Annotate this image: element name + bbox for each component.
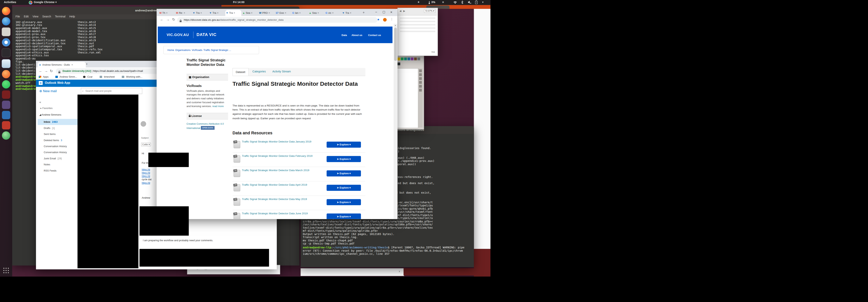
new-tab-button[interactable]: +: [86, 62, 88, 66]
maximize-button[interactable]: ▢: [382, 10, 385, 14]
browser-tab[interactable]: Glan×: [292, 10, 308, 16]
explore-button[interactable]: ➤ Explore ▾: [327, 199, 361, 205]
address-bar[interactable]: https://discover.data.vic.gov.au/dataset…: [177, 17, 377, 23]
vicgov-logo[interactable]: VIC.GOV.AU: [166, 33, 189, 37]
explore-button[interactable]: ➤ Explore ▾: [327, 141, 361, 147]
zoom-select[interactable]: 72.07% ▾: [424, 9, 435, 13]
show-applications-icon[interactable]: [3, 267, 9, 274]
slack-icon[interactable]: ⌗: [442, 1, 444, 4]
dock-icon[interactable]: [2, 70, 10, 78]
resource-row[interactable]: Traffic Signal Strategic Monitor Detecto…: [232, 153, 365, 167]
tab-categories[interactable]: Categories: [252, 70, 266, 73]
bookmark-item[interactable]: Czar: [83, 75, 93, 78]
tab-close-icon[interactable]: ×: [166, 11, 167, 14]
browser-tab[interactable]: MRe:×: [176, 10, 192, 16]
new-mail-button[interactable]: ⊕ New mail: [39, 89, 57, 93]
tab-close-icon[interactable]: ×: [184, 11, 185, 14]
browser-tab[interactable]: Gvic×: [325, 10, 341, 16]
app-menu[interactable]: Google Chrome ▾: [34, 1, 57, 4]
browser-tab[interactable]: ▼Tra×: [225, 10, 241, 16]
tab-dataset[interactable]: Dataset: [232, 68, 249, 76]
tab-close-icon[interactable]: ×: [350, 11, 351, 14]
dock-icon[interactable]: [2, 38, 10, 46]
scrollbar[interactable]: ▲: [394, 24, 397, 219]
dock-icon[interactable]: [2, 111, 10, 119]
terminal-menu-item[interactable]: View: [33, 15, 38, 18]
tab-close-icon[interactable]: ×: [200, 11, 202, 14]
temperature-label[interactable]: 3%: [431, 1, 435, 4]
chevron-right-icon[interactable]: ›: [399, 269, 400, 273]
dock-icon[interactable]: [2, 17, 10, 26]
browser-tab[interactable]: ▼Tra×: [209, 10, 225, 16]
folder-item[interactable]: Drafts[1]: [38, 125, 79, 131]
dock-icon[interactable]: [2, 80, 10, 89]
back-icon[interactable]: ←: [39, 69, 42, 73]
read-more-link[interactable]: read more: [212, 105, 224, 108]
resource-title[interactable]: Traffic Signal Strategic Monitor Detecto…: [242, 154, 325, 158]
tab-close-icon[interactable]: ×: [269, 11, 270, 14]
forward-icon[interactable]: →: [166, 18, 170, 22]
dock-icon[interactable]: [2, 131, 10, 140]
profile-avatar[interactable]: [383, 18, 387, 22]
explore-button[interactable]: ➤ Explore ▾: [327, 213, 361, 219]
browser-tab[interactable]: ▼Tra×: [342, 10, 358, 16]
nav-about[interactable]: About us: [351, 34, 362, 36]
dock-icon[interactable]: [2, 59, 11, 68]
browser-tab[interactable]: ▲Sea×: [308, 10, 324, 16]
explore-button[interactable]: ➤ Explore ▾: [327, 170, 361, 176]
breadcrumb-link[interactable]: Traffic Signal Strategic ...: [204, 48, 231, 51]
reload-icon[interactable]: ↻: [50, 69, 53, 73]
nav-data[interactable]: Data: [342, 34, 347, 36]
dock-icon[interactable]: [2, 101, 10, 109]
bluetooth-icon[interactable]: [461, 1, 463, 4]
browser-tab[interactable]: ▲Sea×: [242, 10, 258, 16]
close-button[interactable]: ×: [390, 10, 392, 14]
volume-muted-icon[interactable]: [468, 1, 472, 4]
folder-item[interactable]: Junk Email[29]: [38, 156, 79, 162]
font-select[interactable]: Calibr ▾: [141, 143, 151, 146]
dock-icon[interactable]: [2, 121, 10, 130]
resource-title[interactable]: Traffic Signal Strategic Monitor Detecto…: [242, 197, 325, 201]
dock-icon[interactable]: [2, 48, 11, 57]
wifi-icon[interactable]: [454, 1, 457, 4]
folder-item[interactable]: Notes: [38, 162, 79, 167]
browser-tab[interactable]: WPRO×: [258, 10, 275, 16]
datavic-logo[interactable]: DATA VIC: [196, 32, 216, 37]
shutter-icon[interactable]: ✦: [417, 1, 420, 4]
resource-title[interactable]: Traffic Signal Strategic Monitor Detecto…: [242, 140, 325, 143]
tab-close-icon[interactable]: ×: [234, 11, 235, 14]
search-input[interactable]: ⌕ Search mail and people: [81, 88, 142, 94]
browser-tab[interactable]: MTh×: [159, 10, 175, 16]
new-tab-button[interactable]: +: [363, 10, 365, 14]
folder-item[interactable]: Inbox2463: [38, 119, 79, 125]
tab-close-icon[interactable]: ×: [71, 63, 73, 66]
folder-item[interactable]: Conversation History: [38, 143, 79, 149]
email-link[interactable]: https://d: [142, 168, 150, 171]
resource-row[interactable]: Traffic Signal Strategic Monitor Detecto…: [232, 138, 365, 153]
email-link[interactable]: https://d: [142, 175, 150, 177]
breadcrumb-link[interactable]: VicRoads: [192, 48, 202, 51]
tab-close-icon[interactable]: ×: [332, 11, 334, 14]
breadcrumb-link[interactable]: Home: [167, 48, 174, 51]
prev-page-icon[interactable]: ◀: [399, 10, 401, 12]
scrollbar-up-arrow[interactable]: ▲: [395, 24, 396, 26]
dock-icon[interactable]: [2, 91, 10, 99]
email-link[interactable]: https://d: [142, 171, 150, 174]
tab-activity-stream[interactable]: Activity Stream: [272, 70, 291, 73]
terminal-menu-item[interactable]: Edit: [24, 15, 29, 18]
tab-close-icon[interactable]: ×: [299, 11, 301, 14]
resource-title[interactable]: Traffic Signal Strategic Monitor Detecto…: [242, 169, 325, 172]
resource-row[interactable]: Traffic Signal Strategic Monitor Detecto…: [232, 181, 365, 196]
tab-close-icon[interactable]: ×: [285, 11, 286, 14]
bookmark-item[interactable]: Working with...: [122, 75, 143, 78]
terminal-menu-item[interactable]: File: [16, 15, 20, 18]
resource-row[interactable]: Traffic Signal Strategic Monitor Detecto…: [232, 210, 365, 219]
tab-outlook[interactable]: o Andrew Simmons - Outlo ×: [38, 62, 86, 68]
resource-row[interactable]: Traffic Signal Strategic Monitor Detecto…: [232, 196, 365, 210]
explore-button[interactable]: ➤ Explore ▾: [327, 156, 361, 162]
resource-row[interactable]: Traffic Signal Strategic Monitor Detecto…: [232, 167, 365, 181]
email-link[interactable]: https://d: [142, 181, 150, 184]
resource-title[interactable]: Traffic Signal Strategic Monitor Detecto…: [242, 212, 325, 215]
favorites-group[interactable]: ▸ Favorites: [40, 107, 53, 109]
folder-item[interactable]: Sent Items: [38, 131, 79, 137]
